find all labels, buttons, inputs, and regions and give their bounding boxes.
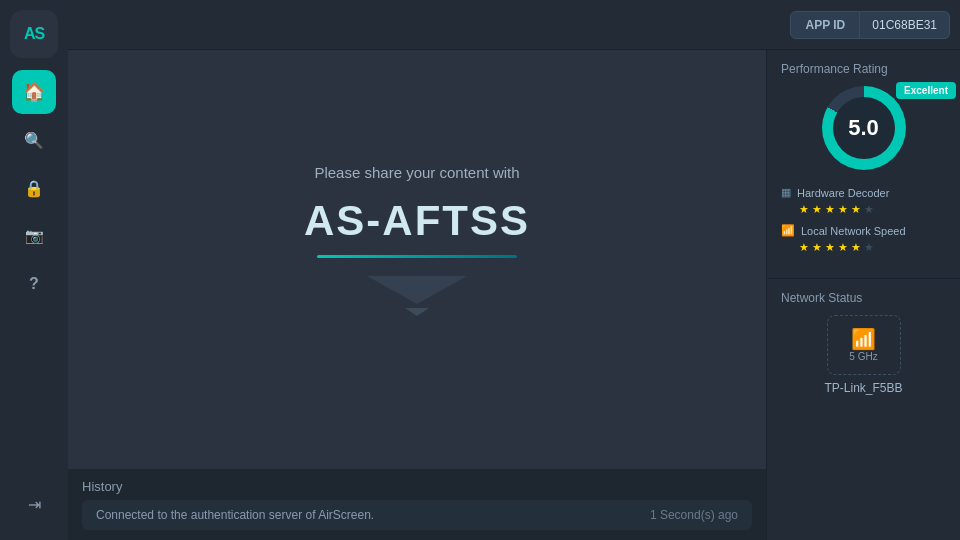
sidebar-item-logout[interactable]: ⇥ <box>12 482 56 526</box>
search-icon: 🔍 <box>24 131 44 150</box>
history-time: 1 Second(s) ago <box>650 508 738 522</box>
wifi-icon: 📶 <box>851 329 876 349</box>
nstar-6: ★ <box>864 241 874 254</box>
help-icon: ? <box>29 275 39 293</box>
app-id-label[interactable]: APP ID <box>790 11 860 39</box>
lock-icon: 🔒 <box>24 179 44 198</box>
home-icon: 🏠 <box>23 81 45 103</box>
decoder-icon: ▦ <box>781 186 791 199</box>
arrow-decoration <box>367 276 467 316</box>
nstar-5: ★ <box>851 241 861 254</box>
logout-icon: ⇥ <box>28 495 41 514</box>
gauge-inner: 5.0 <box>833 97 895 159</box>
star-4: ★ <box>838 203 848 216</box>
main-content: Please share your content with AS-AFTSS … <box>68 50 766 540</box>
performance-title: Performance Rating <box>781 62 946 76</box>
network-speed-row: 📶 Local Network Speed ★ ★ ★ ★ ★ ★ <box>781 224 946 254</box>
nstar-4: ★ <box>838 241 848 254</box>
network-speed-label: Local Network Speed <box>801 225 906 237</box>
gauge-outer: 5.0 <box>822 86 906 170</box>
sidebar-item-search[interactable]: 🔍 <box>12 118 56 162</box>
history-entry: Connected to the authentication server o… <box>82 500 752 530</box>
excellent-badge: Excellent <box>896 82 956 99</box>
right-panel: Performance Rating 5.0 Excellent ▦ <box>766 50 960 540</box>
nstar-2: ★ <box>812 241 822 254</box>
star-1: ★ <box>799 203 809 216</box>
wifi-speed-icon: 📶 <box>781 224 795 237</box>
sidebar-item-help[interactable]: ? <box>12 262 56 306</box>
history-title: History <box>82 479 752 494</box>
sidebar-item-camera[interactable]: 📷 <box>12 214 56 258</box>
logo-text: AS <box>24 25 44 43</box>
app-logo: AS <box>10 10 58 58</box>
nstar-1: ★ <box>799 241 809 254</box>
share-prompt: Please share your content with <box>314 164 519 181</box>
history-message: Connected to the authentication server o… <box>96 508 374 522</box>
sidebar: AS 🏠 🔍 🔒 📷 ? ⇥ <box>0 0 68 540</box>
app-id-value: 01C68BE31 <box>860 11 950 39</box>
device-name: AS-AFTSS <box>304 197 530 245</box>
history-section: History Connected to the authentication … <box>68 469 766 540</box>
star-6: ★ <box>864 203 874 216</box>
star-2: ★ <box>812 203 822 216</box>
decoder-label: Hardware Decoder <box>797 187 889 199</box>
performance-section: Performance Rating 5.0 Excellent ▦ <box>767 50 960 279</box>
gauge-container: 5.0 Excellent <box>781 86 946 170</box>
frequency-label: 5 GHz <box>849 351 877 362</box>
sidebar-item-home[interactable]: 🏠 <box>12 70 56 114</box>
device-name-underline <box>317 255 517 258</box>
sidebar-item-lock[interactable]: 🔒 <box>12 166 56 210</box>
wifi-box: 📶 5 GHz <box>827 315 901 375</box>
gauge-score: 5.0 <box>848 115 879 141</box>
nstar-3: ★ <box>825 241 835 254</box>
network-ssid: TP-Link_F5BB <box>781 381 946 395</box>
network-section: Network Status 📶 5 GHz TP-Link_F5BB <box>767 279 960 407</box>
star-5: ★ <box>851 203 861 216</box>
decoder-stars: ★ ★ ★ ★ ★ ★ <box>781 203 946 216</box>
star-3: ★ <box>825 203 835 216</box>
camera-icon: 📷 <box>25 227 44 245</box>
network-speed-stars: ★ ★ ★ ★ ★ ★ <box>781 241 946 254</box>
hardware-decoder-row: ▦ Hardware Decoder ★ ★ ★ ★ ★ ★ <box>781 186 946 216</box>
network-status-title: Network Status <box>781 291 946 305</box>
